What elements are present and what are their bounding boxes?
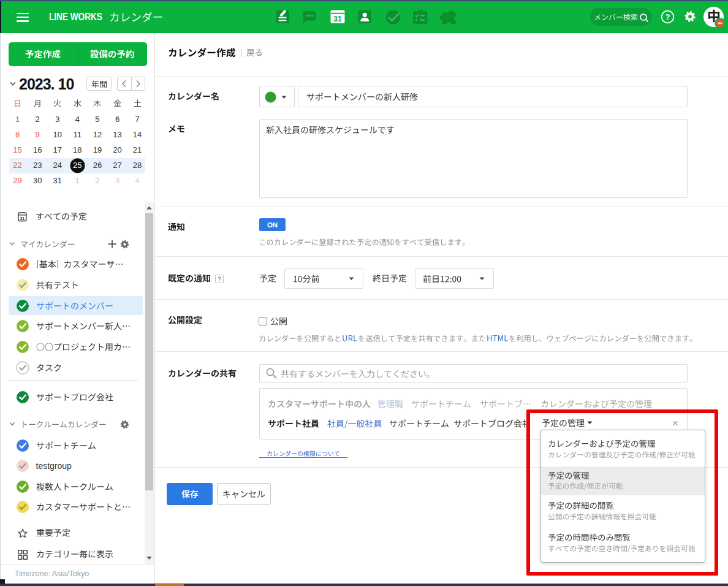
svg-text:31: 31 (333, 15, 342, 23)
svg-text:?: ? (665, 13, 670, 21)
svg-text:31: 31 (20, 216, 25, 221)
